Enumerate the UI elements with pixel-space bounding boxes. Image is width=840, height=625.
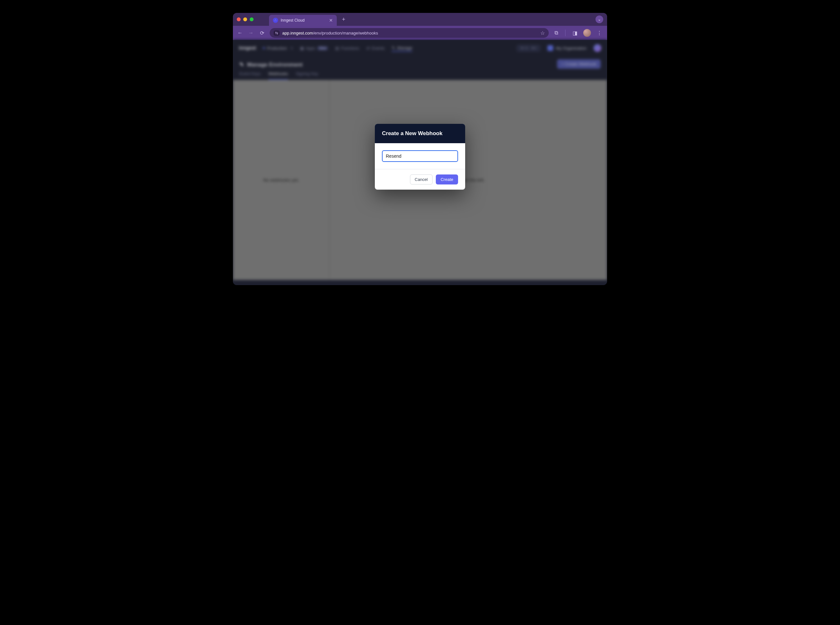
url-bar[interactable]: ⇆ app.inngest.com/env/production/manage/… xyxy=(270,28,549,38)
side-panel-icon[interactable]: ◨ xyxy=(571,30,579,36)
cancel-button[interactable]: Cancel xyxy=(410,174,432,185)
browser-menu-button[interactable]: ⋮ xyxy=(596,30,603,36)
tab-favicon: ∴ xyxy=(273,18,278,23)
app-viewport: inngest Production ⇅ ▦ Apps New ▤ Functi… xyxy=(233,40,607,285)
window-minimize-button[interactable] xyxy=(243,17,247,21)
modal-footer: Cancel Create xyxy=(375,169,465,190)
site-info-icon[interactable]: ⇆ xyxy=(274,30,280,36)
browser-window: ∴ Inngest Cloud ✕ + ⌄ ← → ⟳ ⇆ app.innges… xyxy=(233,13,607,285)
profile-avatar[interactable] xyxy=(583,29,591,37)
browser-tab[interactable]: ∴ Inngest Cloud ✕ xyxy=(269,15,337,26)
modal-title: Create a New Webhook xyxy=(375,124,465,143)
bookmark-star-icon[interactable]: ☆ xyxy=(540,30,545,36)
webhook-name-input[interactable] xyxy=(382,150,458,162)
nav-reload-button[interactable]: ⟳ xyxy=(259,30,265,36)
tabs-overflow-button[interactable]: ⌄ xyxy=(596,16,603,23)
modal-body xyxy=(375,143,465,169)
url-text: app.inngest.com/env/production/manage/we… xyxy=(282,31,378,36)
window-close-button[interactable] xyxy=(237,17,241,21)
new-tab-button[interactable]: + xyxy=(339,16,348,23)
browser-address-bar: ← → ⟳ ⇆ app.inngest.com/env/production/m… xyxy=(233,26,607,40)
window-controls xyxy=(237,17,254,21)
window-maximize-button[interactable] xyxy=(250,17,254,21)
extensions-icon[interactable]: ⧉ xyxy=(553,30,559,36)
browser-tab-strip: ∴ Inngest Cloud ✕ + ⌄ xyxy=(233,13,607,26)
create-button[interactable]: Create xyxy=(436,174,458,185)
tab-close-button[interactable]: ✕ xyxy=(329,18,333,23)
tab-title: Inngest Cloud xyxy=(281,18,305,23)
nav-forward-button[interactable]: → xyxy=(248,30,254,36)
create-webhook-modal: Create a New Webhook Cancel Create xyxy=(375,124,465,190)
nav-back-button[interactable]: ← xyxy=(237,30,243,36)
